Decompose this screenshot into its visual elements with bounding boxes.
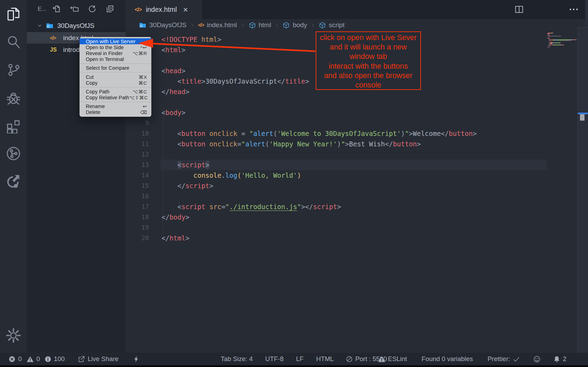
menu-item-open-to-the-side[interactable]: Open to the Side^↩ <box>80 44 151 50</box>
status-item-eslint[interactable]: ESLint <box>378 355 407 363</box>
menu-item-label: Reveal in Finder <box>86 51 123 56</box>
status-item-label: Tab Size: 4 <box>221 355 253 363</box>
status-item-label: 0 <box>36 355 40 363</box>
breadcrumb-label: index.html <box>207 21 237 29</box>
code-line-18[interactable]: 18</body> <box>126 212 588 222</box>
status-item-tab-size[interactable]: Tab Size: 4 <box>221 355 253 363</box>
context-menu: Open with Live ServerOpen to the Side^↩R… <box>80 37 151 117</box>
tab-label: index.html <box>146 6 177 14</box>
code-line-16[interactable]: 16 <box>126 191 588 201</box>
collapse-folders-icon[interactable] <box>106 5 114 13</box>
status-item-notifications[interactable]: 2 <box>553 355 566 363</box>
activity-bar-item-live-share[interactable] <box>6 174 21 189</box>
menu-item-rename[interactable]: Rename↩ <box>80 104 151 109</box>
breadcrumb-item-script[interactable]: script <box>319 21 345 29</box>
activity-bar-item-search[interactable] <box>6 34 21 50</box>
activity-bar-item-settings[interactable] <box>6 328 21 343</box>
code-line-11[interactable]: 11 <button onclick="alert('Happy New Yea… <box>126 139 588 149</box>
status-item-warnings[interactable]: 0 <box>27 355 40 363</box>
error-icon <box>8 355 16 363</box>
menu-item-label: Copy <box>86 80 98 86</box>
js-file-icon: JS <box>50 47 60 53</box>
code-line-12[interactable]: 12 <box>126 149 588 160</box>
activity-bar-item-extensions[interactable] <box>6 118 21 133</box>
code-line-17[interactable]: 17 <script src="./introduction.js"></scr… <box>126 201 588 212</box>
menu-item-cut[interactable]: Cut⌘X <box>80 74 151 80</box>
code-line-9[interactable]: 9 <box>126 118 588 128</box>
annotation-box: click on open with Live Severand it will… <box>316 31 421 90</box>
menu-item-open-in-terminal[interactable]: Open in Terminal <box>80 56 151 62</box>
code-line-14[interactable]: 14 console.log('Hello, World') <box>126 170 588 181</box>
explorer-actions <box>52 5 114 13</box>
menu-separator <box>80 63 151 64</box>
more-actions-icon[interactable] <box>568 4 579 15</box>
menu-item-label: Open with Live Server <box>86 39 136 44</box>
menu-item-select-for-compare[interactable]: Select for Compare <box>80 65 151 71</box>
lightning-icon <box>133 355 140 363</box>
code-line-20[interactable]: 20</html> <box>126 233 588 243</box>
activity-bar-item-run-debug[interactable] <box>6 90 21 106</box>
status-item-live-server-action[interactable] <box>133 355 140 363</box>
right-edge-panel <box>585 0 588 27</box>
new-file-icon[interactable] <box>52 5 61 13</box>
status-item-language-mode[interactable]: HTML <box>316 355 334 363</box>
new-folder-icon[interactable] <box>70 5 79 13</box>
status-item-variables-count[interactable]: Found 0 variables <box>422 355 473 363</box>
close-tab-icon[interactable]: × <box>183 6 188 14</box>
menu-item-copy-path[interactable]: Copy Path⌥⌘C <box>80 89 151 94</box>
code-line-10[interactable]: 10 <button onclick = "alert('Welcome to … <box>126 128 588 139</box>
split-editor-icon[interactable] <box>514 5 524 14</box>
code-text: </body> <box>161 212 189 222</box>
activity-bar-item-explorer[interactable] <box>6 6 21 22</box>
code-line-13[interactable]: 13 <script> <box>126 160 588 170</box>
menu-separator <box>80 72 151 72</box>
status-item-infos[interactable]: 100 <box>44 355 65 363</box>
tree-item-root-folder[interactable]: 30DaysOfJS <box>27 20 126 31</box>
refresh-explorer-icon[interactable] <box>88 5 97 13</box>
menu-item-label: Copy Path <box>86 89 110 94</box>
activity-bar-item-gitlens[interactable] <box>6 146 21 161</box>
code-text: <script> <box>161 160 209 170</box>
live-share-icon <box>78 355 85 363</box>
code-line-7[interactable]: 7 <box>126 97 588 107</box>
status-item-live-share[interactable]: Live Share <box>78 355 118 363</box>
code-line-15[interactable]: 15 </script> <box>126 181 588 191</box>
minimap[interactable] <box>548 33 579 49</box>
code-line-19[interactable]: 19 <box>126 222 588 233</box>
line-number: 10 <box>126 128 149 139</box>
breadcrumb-item-index-html[interactable]: </>index.html <box>198 21 237 29</box>
status-item-prettier[interactable]: Prettier: <box>488 355 520 363</box>
menu-item-label: Copy Relative Path <box>86 95 129 100</box>
tab-index-html[interactable]: </> index.html × <box>126 0 202 19</box>
check-icon <box>513 355 520 363</box>
status-item-feedback-smiley[interactable] <box>533 355 541 363</box>
bell-icon <box>553 355 560 363</box>
code-text: console.log('Hello, World') <box>161 170 301 181</box>
code-text: </html> <box>161 233 189 243</box>
status-item-label: Prettier: <box>488 355 510 363</box>
status-item-encoding[interactable]: UTF-8 <box>265 355 284 363</box>
status-item-label: 0 <box>18 355 22 363</box>
status-item-label: 2 <box>563 355 566 363</box>
menu-item-copy[interactable]: Copy⌘C <box>80 80 151 86</box>
symbol-cube-icon <box>249 22 256 29</box>
breadcrumb-item-30DaysOfJS[interactable]: 30DaysOfJS <box>139 21 187 29</box>
status-item-eol[interactable]: LF <box>296 355 304 363</box>
annotation-text-line: click on open with Live Sever <box>316 33 420 43</box>
annotation-text-line: and it will launch a new <box>316 43 420 52</box>
breadcrumb-item-html[interactable]: html <box>249 21 271 29</box>
status-item-label: Live Share <box>88 355 118 363</box>
scrollbar-thumb[interactable] <box>580 114 585 121</box>
menu-item-open-with-live-server[interactable]: Open with Live Server <box>80 38 151 44</box>
line-number: 9 <box>126 118 149 128</box>
menu-item-label: Rename <box>86 104 105 109</box>
code-line-8[interactable]: 8<body> <box>126 107 588 118</box>
activity-bar-item-source-control[interactable] <box>6 62 21 78</box>
breadcrumb-item-body[interactable]: body <box>282 21 307 29</box>
code-text: <button onclick="alert('Happy New Year!'… <box>161 139 421 149</box>
menu-item-reveal-in-finder[interactable]: Reveal in Finder⌥⌘R <box>80 50 151 56</box>
status-item-errors[interactable]: 0 <box>8 355 22 363</box>
tab-strip: </> index.html × <box>126 0 588 19</box>
menu-item-delete[interactable]: Delete⌫ <box>80 109 151 115</box>
menu-item-copy-relative-path[interactable]: Copy Relative Path⌥⇧⌘C <box>80 95 151 101</box>
